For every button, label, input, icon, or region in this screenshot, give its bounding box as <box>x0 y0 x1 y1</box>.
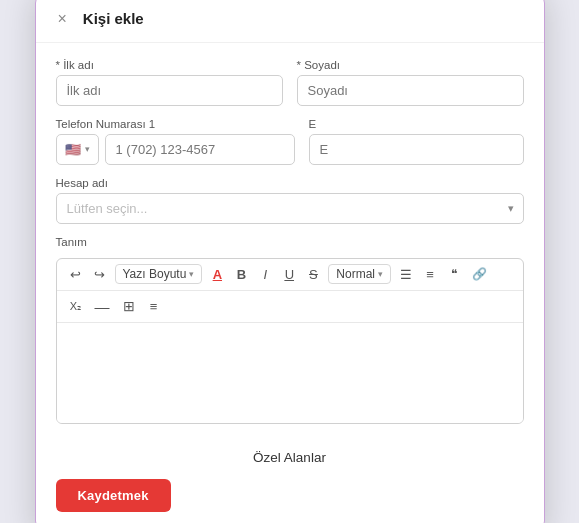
phone-group: Telefon Numarası 1 🇺🇸 ▾ <box>56 118 295 165</box>
redo-icon <box>94 267 105 282</box>
normal-label: Normal <box>336 267 375 281</box>
strikethrough-icon <box>309 267 318 282</box>
email-label: E <box>309 118 524 130</box>
link-button[interactable]: 🔗 <box>467 264 492 284</box>
description-row: Tanım Yazı Boyutu ▾ <box>56 236 524 424</box>
phone-number-input[interactable] <box>105 134 295 165</box>
add-person-modal: × Kişi ekle * İlk adı * Soyadı Telefon N… <box>35 0 545 523</box>
italic-button[interactable] <box>254 264 276 285</box>
phone-input-group: 🇺🇸 ▾ <box>56 134 295 165</box>
modal-header: × Kişi ekle <box>36 0 544 43</box>
underline-button[interactable] <box>278 264 300 285</box>
italic-icon <box>264 267 268 282</box>
first-name-group: * İlk adı <box>56 59 283 106</box>
ozel-alanlar-section: Özel Alanlar <box>36 436 544 471</box>
hr-icon: — <box>95 298 110 315</box>
bold-button[interactable] <box>230 264 252 285</box>
account-group: Hesap adı Lütfen seçin... ▾ <box>56 177 524 224</box>
font-color-icon <box>213 267 222 282</box>
chevron-down-icon: ▾ <box>85 144 90 154</box>
undo-button[interactable] <box>65 264 87 285</box>
first-name-label: * İlk adı <box>56 59 283 71</box>
account-select-group: Lütfen seçin... ▾ <box>56 193 524 224</box>
account-label: Hesap adı <box>56 177 524 189</box>
align-icon: ≡ <box>150 299 158 314</box>
toolbar-row2: X₂ — ⊞ ≡ <box>57 291 523 323</box>
email-group: E <box>309 118 524 165</box>
description-group: Tanım Yazı Boyutu ▾ <box>56 236 524 424</box>
last-name-label: * Soyadı <box>297 59 524 71</box>
undo-icon <box>70 267 81 282</box>
email-input[interactable] <box>309 134 524 165</box>
chevron-down-icon: ▾ <box>378 269 383 279</box>
underline-icon <box>285 267 294 282</box>
subscript-button[interactable]: X₂ <box>65 297 87 316</box>
font-color-button[interactable] <box>206 264 228 285</box>
paragraph-style-dropdown[interactable]: Normal ▾ <box>328 264 391 284</box>
list-ol-button[interactable]: ≡ <box>419 264 441 285</box>
link-icon: 🔗 <box>472 267 487 281</box>
rich-text-editor: Yazı Boyutu ▾ <box>56 258 524 424</box>
modal-footer: Kaydetmek <box>36 471 544 512</box>
close-button[interactable]: × <box>56 8 69 30</box>
last-name-input[interactable] <box>297 75 524 106</box>
bold-icon <box>237 267 246 282</box>
flag-icon: 🇺🇸 <box>65 142 81 157</box>
description-label: Tanım <box>56 236 524 248</box>
redo-button[interactable] <box>89 264 111 285</box>
account-select[interactable]: Lütfen seçin... <box>56 193 524 224</box>
blockquote-icon: ❝ <box>451 267 457 281</box>
close-icon: × <box>58 10 67 28</box>
name-row: * İlk adı * Soyadı <box>56 59 524 106</box>
strikethrough-button[interactable] <box>302 264 324 285</box>
save-button[interactable]: Kaydetmek <box>56 479 171 512</box>
toolbar-row1: Yazı Boyutu ▾ <box>57 259 523 291</box>
first-name-input[interactable] <box>56 75 283 106</box>
modal-body: * İlk adı * Soyadı Telefon Numarası 1 🇺🇸… <box>36 43 544 424</box>
hr-button[interactable]: — <box>90 295 115 318</box>
list-ul-icon: ☰ <box>400 267 412 282</box>
table-button[interactable]: ⊞ <box>118 295 140 317</box>
account-row: Hesap adı Lütfen seçin... ▾ <box>56 177 524 224</box>
table-icon: ⊞ <box>123 298 135 314</box>
font-size-dropdown[interactable]: Yazı Boyutu ▾ <box>115 264 203 284</box>
modal-title: Kişi ekle <box>83 10 144 27</box>
phone-country-selector[interactable]: 🇺🇸 ▾ <box>56 134 99 165</box>
phone-email-row: Telefon Numarası 1 🇺🇸 ▾ E <box>56 118 524 165</box>
phone-label: Telefon Numarası 1 <box>56 118 295 130</box>
blockquote-button[interactable]: ❝ <box>443 264 465 284</box>
subscript-icon: X₂ <box>70 300 81 313</box>
list-ol-icon: ≡ <box>426 267 434 282</box>
editor-content-area[interactable] <box>57 323 523 423</box>
font-size-label: Yazı Boyutu <box>123 267 187 281</box>
chevron-down-icon: ▾ <box>189 269 194 279</box>
align-button[interactable]: ≡ <box>143 296 165 317</box>
last-name-group: * Soyadı <box>297 59 524 106</box>
list-ul-button[interactable]: ☰ <box>395 264 417 285</box>
